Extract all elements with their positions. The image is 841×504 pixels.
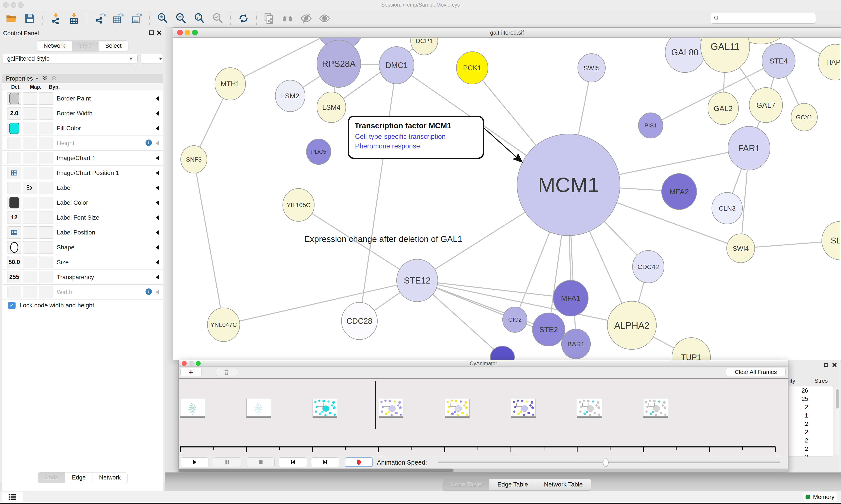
collapse-arrow-icon[interactable]	[156, 126, 159, 131]
mapping-cell[interactable]	[23, 256, 37, 268]
node-mfa2[interactable]: MFA2	[662, 174, 697, 210]
mapping-cell[interactable]	[23, 182, 37, 194]
style-options-button[interactable]	[141, 54, 163, 64]
network-window-titlebar[interactable]: galFiltered.sif	[173, 28, 841, 38]
node-swi4[interactable]: SWI4	[727, 234, 755, 263]
mapping-cell[interactable]	[23, 212, 37, 224]
close-icon[interactable]	[182, 361, 186, 366]
previous-frame-button[interactable]	[279, 457, 307, 467]
timeline[interactable]: 0123456789Seconds	[179, 379, 788, 456]
collapse-arrow-icon[interactable]	[156, 230, 159, 235]
property-row-height[interactable]: Heighti	[2, 136, 163, 151]
tab-network[interactable]: Network	[92, 472, 127, 483]
mapping-cell[interactable]	[23, 241, 37, 254]
default-value-cell[interactable]	[7, 227, 21, 239]
minimize-icon[interactable]	[189, 361, 194, 366]
table-cell-value[interactable]: 2	[789, 453, 833, 457]
node-ste12[interactable]: STE12	[397, 259, 438, 302]
tab-node[interactable]: Node	[38, 472, 65, 483]
table-scrollbar[interactable]	[836, 388, 839, 455]
table-cell-value[interactable]: 2	[789, 428, 833, 436]
table-cell-value[interactable]: 25	[789, 395, 833, 403]
node-gal7[interactable]: GAL7	[749, 88, 783, 123]
timeline-scrollbar[interactable]	[179, 469, 788, 472]
collapse-arrow-icon[interactable]	[156, 141, 159, 146]
first-neighbors-icon[interactable]	[282, 12, 294, 24]
minimize-window-icon[interactable]	[11, 2, 16, 8]
node-far1[interactable]: FAR1	[728, 126, 770, 170]
node-slt2[interactable]: SLT2	[822, 221, 840, 260]
node-gcy1[interactable]: GCY1	[791, 103, 817, 131]
default-value-cell[interactable]	[7, 286, 21, 298]
lock-node-size-checkbox[interactable]: ✓	[8, 302, 16, 309]
default-value-cell[interactable]: 2.0	[7, 107, 21, 120]
default-value-cell[interactable]	[7, 122, 21, 134]
default-value-cell[interactable]	[7, 137, 21, 149]
mapping-cell[interactable]	[23, 122, 37, 134]
frame-thumbnail-3[interactable]	[379, 399, 404, 418]
collapse-arrow-icon[interactable]	[156, 215, 159, 220]
node-hap2[interactable]: HAP2	[818, 44, 840, 80]
pause-button[interactable]	[213, 457, 241, 467]
property-row-width[interactable]: Widthi	[2, 285, 163, 300]
zoom-out-icon[interactable]	[175, 12, 187, 24]
property-row-label-position[interactable]: Label Position	[2, 225, 163, 240]
zoom-in-icon[interactable]	[156, 12, 168, 24]
frame-thumbnail-4[interactable]	[445, 399, 469, 418]
zoom-icon[interactable]	[196, 361, 201, 366]
bypass-cell[interactable]	[39, 182, 53, 194]
property-row-label[interactable]: Label	[2, 180, 163, 195]
export-image-icon[interactable]	[130, 12, 143, 24]
bypass-cell[interactable]	[39, 212, 53, 224]
mapping-cell[interactable]	[23, 92, 37, 105]
properties-header[interactable]: Properties	[2, 74, 163, 83]
scrollbar-thumb[interactable]	[836, 389, 839, 409]
import-table-icon[interactable]	[68, 12, 80, 24]
animation-speed-slider[interactable]	[438, 462, 780, 463]
record-button[interactable]	[345, 457, 373, 467]
node-mfa1[interactable]: MFA1	[553, 280, 588, 316]
mapping-cell[interactable]	[23, 167, 37, 179]
duplicate-network-icon[interactable]	[263, 12, 275, 24]
mapping-cell[interactable]	[23, 152, 37, 164]
task-history-button[interactable]	[2, 492, 23, 502]
node-ste4[interactable]: STE4	[762, 43, 795, 78]
default-value-cell[interactable]	[7, 152, 21, 164]
frame-thumbnail-0[interactable]	[180, 399, 205, 418]
bypass-cell[interactable]	[39, 107, 53, 120]
stop-button[interactable]	[247, 457, 275, 467]
import-network-icon[interactable]	[50, 12, 62, 24]
apply-style-icon[interactable]	[237, 12, 250, 24]
minimize-icon[interactable]	[185, 30, 190, 35]
collapse-arrow-icon[interactable]	[156, 156, 159, 161]
node-lsm2[interactable]: LSM2	[275, 80, 305, 112]
bypass-cell[interactable]	[39, 256, 53, 268]
collapse-arrow-icon[interactable]	[156, 245, 159, 250]
close-icon[interactable]	[177, 30, 183, 35]
node-dmc1[interactable]: DMC1	[379, 47, 414, 84]
collapse-arrow-icon[interactable]	[156, 111, 159, 116]
property-row-image-chart-position-1[interactable]: Image/Chart Position 1	[2, 165, 163, 180]
node-dcp1[interactable]: DCP1	[411, 38, 438, 55]
node-swi5[interactable]: SWI5	[578, 54, 605, 82]
column-header-centrality[interactable]: ity	[789, 377, 795, 384]
bypass-cell[interactable]	[39, 167, 53, 179]
node-cln3[interactable]: CLN3	[712, 193, 742, 224]
zoom-fit-icon[interactable]	[193, 12, 205, 24]
frame-thumbnail-2[interactable]	[312, 399, 337, 418]
node-gal2[interactable]: GAL2	[708, 92, 738, 125]
scrollbar-thumb[interactable]	[179, 469, 453, 472]
close-panel-icon[interactable]: ✕	[832, 361, 837, 369]
property-row-fill-color[interactable]: Fill Color	[2, 121, 163, 136]
property-row-size[interactable]: 50.0Size	[2, 255, 163, 270]
bypass-cell[interactable]	[39, 286, 53, 298]
zoom-selected-icon[interactable]	[212, 12, 224, 24]
node-gic2[interactable]: GIC2	[503, 307, 527, 332]
tab-select[interactable]: Select	[99, 41, 128, 51]
memory-button[interactable]: Memory	[803, 492, 837, 502]
network-canvas[interactable]: RPS28ADMC1DCP1PCK1SWI5GAL80GAL11STE4HAP2…	[173, 38, 840, 360]
bypass-cell[interactable]	[39, 197, 53, 209]
delete-frame-button[interactable]	[216, 368, 237, 376]
annotation-mcm1[interactable]: Transcription factor MCM1Cell-type-speci…	[348, 116, 521, 162]
node-rps28a[interactable]: RPS28A	[317, 40, 361, 87]
